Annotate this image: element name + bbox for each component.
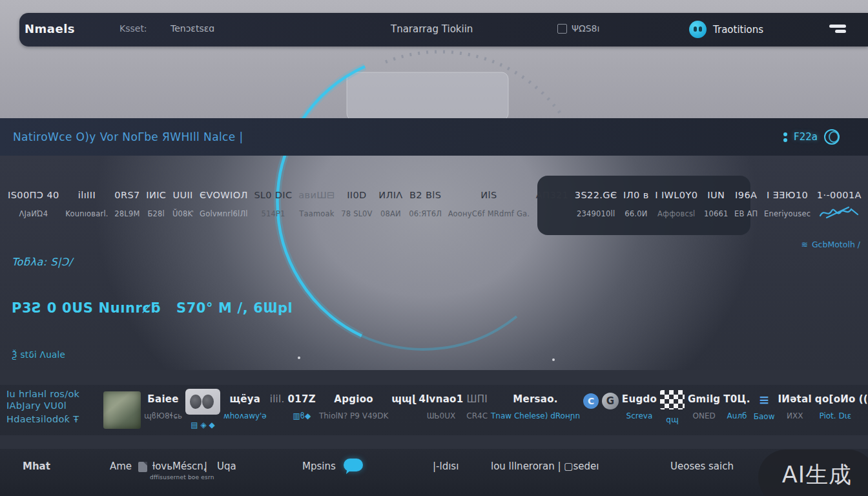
ticker-column[interactable]: ilıIIIKounıoваrl. <box>64 190 109 222</box>
bottom-nav-item[interactable]: Uqa <box>217 460 236 472</box>
ticker-value: B2 ВlS <box>409 190 442 200</box>
ticker-column[interactable]: 1·-0001A <box>816 190 863 222</box>
bottom-nav-subtext: dffisusernet boe esrn <box>150 474 214 480</box>
ticker-column[interactable]: I IWL0Y0Aффовсsl <box>654 190 699 222</box>
carousel-item-label: qo[oИo <box>815 393 856 406</box>
ticker-column[interactable]: IЛ0 в66.0И <box>622 190 650 222</box>
ticker-label: 514P1 <box>254 209 292 218</box>
carousel-item[interactable]: ilil. <box>270 388 285 406</box>
bottom-nav-item[interactable]: | <box>204 460 207 472</box>
account-menu[interactable]: Traotitions <box>689 21 763 38</box>
ticker-label: ΛJаИΏ4 <box>8 209 59 218</box>
carousel-item-label: ilil. <box>270 393 285 406</box>
carousel-item[interactable]: T0Ц.Аuлб <box>723 388 750 420</box>
carousel-item[interactable]: ▤ ◈ ◆ <box>185 388 220 429</box>
carousel-item-sublabel: Аuлб <box>723 411 750 420</box>
bottom-nav-item[interactable]: Ueoses saich <box>670 460 734 472</box>
ticker-value: I IWL0Y0 <box>655 190 698 200</box>
carousel-item[interactable]: qo[oИoPiot. Dιε <box>815 388 856 420</box>
carousel-item[interactable]: (( <box>859 388 868 406</box>
carousel-item[interactable]: qɰ <box>660 388 685 424</box>
rings-icon[interactable] <box>824 129 840 145</box>
ticker-column[interactable]: 3S22.GЄ2349010ll <box>574 190 619 222</box>
ticker-column[interactable]: SԼ0 DIC514P1 <box>253 190 293 222</box>
avatar-icon <box>689 21 707 38</box>
ticker-column[interactable]: ИЛIΛ08AИ <box>377 190 404 222</box>
bottom-nav-item[interactable]: Mpsins <box>302 460 336 472</box>
carousel-item[interactable]: G <box>602 388 619 409</box>
carousel-item-label: IИətal <box>778 393 812 406</box>
carousel-item-sublabel: Tnaw Chelese) dRoнɲn <box>491 411 580 420</box>
carousel-item[interactable]: ɰɰɭ <box>391 388 415 406</box>
carousel-item-sublabel: ʍhоʌawy'ə <box>223 411 267 420</box>
signature-scribble-icon <box>817 205 862 222</box>
hamburger-menu-icon[interactable] <box>829 25 847 33</box>
ticker-value: авиШ⊟ <box>298 190 335 200</box>
carousel-item[interactable]: IИətalИXX <box>778 388 812 420</box>
ticker-row: IS00ПƆ 40ΛJаИΏ4ilıIIIKounıoваrl.0RS728L9… <box>6 190 863 222</box>
app-logo[interactable]: Nmaels <box>25 22 75 36</box>
carousel-item[interactable]: GmilgONED <box>688 388 720 420</box>
ticker-column[interactable]: IS00ПƆ 40ΛJаИΏ4 <box>6 190 61 222</box>
ticker-value: 0RS7 <box>114 190 140 200</box>
ticker-column[interactable]: II0D78 SԼ0V <box>340 190 373 222</box>
ticker-label: Ŭ08Ƙ <box>172 209 193 218</box>
carousel-item[interactable]: щёуаʍhоʌawy'ə <box>223 388 267 420</box>
ticker-column[interactable]: I ƎƎЮ10Eneriyousec <box>763 190 812 222</box>
carousel-item[interactable]: ≡Ƃaow <box>754 388 775 421</box>
bottom-nav-item[interactable]: ƚovьMéscn,dffisusernet boe esrn <box>152 460 207 472</box>
page-title: P3Ƨ 0 0US Nuınrȼƃ S70° M /, 6Ɯpl <box>12 300 293 316</box>
carousel-item[interactable]: 017Z▥ϐ◆ <box>288 388 316 420</box>
ticker-value: SԼ0 DIC <box>254 190 292 200</box>
carousel-item-label: Gmilg <box>688 393 720 406</box>
bottom-nav-item[interactable]: |-ldısı <box>433 460 459 472</box>
coins-image-icon <box>185 389 220 415</box>
gray-coin-icon: G <box>602 393 619 409</box>
ticker-column[interactable]: авиШ⊟Тааmоаk <box>297 190 336 222</box>
nav-badge[interactable]: ΨΩS8ı <box>557 23 599 34</box>
carousel-item[interactable]: ƂaieeɰϐЮ8ɬɕь <box>144 388 182 420</box>
ticker-column[interactable]: I96AEB AП <box>733 190 759 222</box>
notice-banner: NatiroWce O)y Vor NoΓbe ЯWHIll Nalce | F… <box>0 118 868 156</box>
carousel-item[interactable]: EugdoScreva <box>622 388 657 420</box>
ticker-value: IUN <box>704 190 728 200</box>
nav-link-ksset[interactable]: Ksset: <box>119 23 147 34</box>
carousel-item[interactable]: Ϲ <box>583 388 599 409</box>
ticker-column[interactable]: IUN10661 <box>703 190 730 222</box>
banner-actions[interactable]: F22a <box>783 129 840 145</box>
nav-link-ten[interactable]: Tenɔɛtsɛɑ <box>170 23 214 34</box>
ticker-value: АП321 <box>536 190 569 200</box>
carousel-item[interactable]: Мersао.Tnaw Chelese) dRoнɲn <box>491 388 580 420</box>
nav-link-trading-token[interactable]: Tnararrag Tiokiin <box>391 23 473 35</box>
ticker-label: 10661 <box>704 209 728 218</box>
carousel-item-label: Apgioo <box>319 393 388 406</box>
ticker-column[interactable]: B2 ВlS06:ЯТ6Л <box>408 190 443 222</box>
carousel-item[interactable]: ШΠICR4C <box>466 388 488 420</box>
ticker-column[interactable]: UUIIŬ08Ƙ <box>171 190 194 222</box>
chat-bubble-icon[interactable] <box>344 459 363 471</box>
carousel-item[interactable] <box>103 388 141 429</box>
photo-thumbnail <box>103 391 141 429</box>
carousel-item[interactable]: ApgiooThiolN? P9 V49DK <box>319 388 388 420</box>
carousel-item[interactable]: 4lvnao1ƜƄ0UX <box>418 388 463 420</box>
bottom-nav-item[interactable]: Ame <box>110 460 132 472</box>
ticker-column[interactable]: ЄVOWIOЛGolvмnrl6lЛl <box>198 190 249 222</box>
square-outline-icon <box>557 24 567 34</box>
section-subtext: Ѯ stδi Λuale <box>12 349 65 360</box>
ticker-column[interactable]: 0RS728L9M <box>113 190 141 222</box>
bottom-nav-item[interactable]: Mhat <box>23 460 50 472</box>
side-link[interactable]: ≋ GcbMotolh / <box>801 240 860 249</box>
ticker-value: I96A <box>734 190 758 200</box>
bottom-nav-item[interactable]: lou lllneroran | ▢sedeı <box>491 460 599 472</box>
bottom-navbar: MhatAmeƚovьMéscn,dffisusernet boe esrn|U… <box>0 449 868 496</box>
carousel-item-sublabel: ƜƄ0UX <box>418 411 463 420</box>
account-label: Traotitions <box>713 24 763 36</box>
document-icon[interactable] <box>138 462 147 472</box>
promo-text-block: Iu hrlaнl ros/okIAbJary VU0lHdaetɜilodoƙ… <box>6 388 79 425</box>
ticker-value: IЛ0 в <box>623 190 649 200</box>
carousel-item-sublabel: ONED <box>688 411 720 420</box>
ticker-column[interactable]: IИIСƂ28l <box>145 190 167 222</box>
ticker-column[interactable]: ИlSAooнyC6f МRdmf Ga. <box>447 190 531 222</box>
ticker-label: AooнyC6f МRdmf Ga. <box>448 209 530 218</box>
ticker-column[interactable]: АП321 <box>535 190 570 222</box>
